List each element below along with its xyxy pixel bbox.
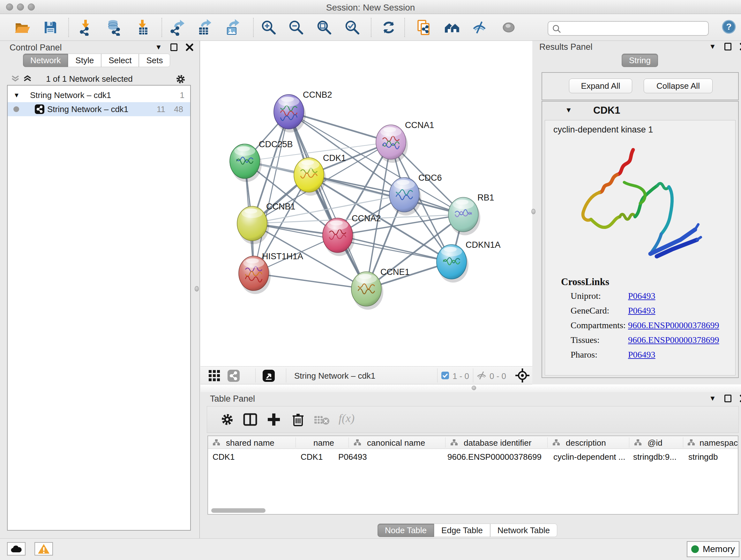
panel-float-icon[interactable] xyxy=(724,395,731,402)
graph-node-label: CCNB2 xyxy=(303,90,332,100)
cell-description[interactable]: cyclin-dependent ... xyxy=(553,452,627,462)
apply-layout-icon[interactable] xyxy=(381,19,397,36)
fit-selected-crosshair-icon[interactable] xyxy=(515,368,530,383)
right-splitter[interactable] xyxy=(532,41,536,384)
graph-node-HIST1H1A[interactable]: HIST1H1A xyxy=(239,252,303,294)
function-builder-icon[interactable]: f(x) xyxy=(339,412,354,425)
gene-section-header[interactable]: ▼ CDK1 xyxy=(542,102,738,119)
tab-network[interactable]: Network xyxy=(23,54,68,67)
cell-shared-name[interactable]: CDK1 xyxy=(212,452,292,462)
tab-edge-table[interactable]: Edge Table xyxy=(434,523,490,537)
toolbar-separator xyxy=(253,18,254,37)
show-columns-icon[interactable] xyxy=(243,412,258,427)
cell-namespace[interactable]: stringdb xyxy=(688,452,736,462)
graph-node-CDC6[interactable]: CDC6 xyxy=(389,173,442,215)
network-options-gear-icon[interactable] xyxy=(175,73,186,85)
search-input[interactable] xyxy=(565,23,705,34)
import-network-file-icon[interactable] xyxy=(77,19,94,36)
graph-node-CCNB2[interactable]: CCNB2 xyxy=(274,90,332,132)
zoom-out-icon[interactable] xyxy=(288,19,305,36)
zoom-in-icon[interactable] xyxy=(260,19,277,36)
show-all-icon[interactable] xyxy=(500,19,517,36)
network-canvas[interactable]: CCNB2CCNA1CDC25BCDK1CDC6RB1CCNB1CCNA2CDK… xyxy=(200,41,532,366)
network-label: String Network – cdk1 xyxy=(47,105,128,114)
crosslink-link[interactable]: 9606.ENSP00000378699 xyxy=(628,320,719,330)
column-header-at-id[interactable]: @id xyxy=(629,436,683,449)
network-row-selected[interactable]: String Network – cdk1 11 48 xyxy=(8,102,190,116)
import-table-icon[interactable] xyxy=(134,19,151,36)
crosslink-link[interactable]: P06493 xyxy=(628,291,656,301)
tab-string[interactable]: String xyxy=(622,54,658,67)
gene-expander-icon[interactable]: ▼ xyxy=(565,107,572,114)
svg-text:?: ? xyxy=(726,22,731,32)
selected-checkbox-icon[interactable] xyxy=(441,371,449,380)
panel-close-icon[interactable] xyxy=(740,395,741,402)
horizontal-splitter[interactable] xyxy=(200,384,741,392)
panel-menu-icon[interactable]: ▼ xyxy=(155,44,162,51)
import-network-database-icon[interactable] xyxy=(105,19,122,36)
column-header-canonical-name[interactable]: canonical name xyxy=(348,436,445,449)
panel-float-icon[interactable] xyxy=(171,44,178,51)
help-icon[interactable]: ? xyxy=(722,20,736,34)
graph-node-CDC25B[interactable]: CDC25B xyxy=(230,139,293,182)
export-image-icon[interactable] xyxy=(224,19,241,36)
graph-node-CCNA2[interactable]: CCNA2 xyxy=(323,213,381,256)
network-collection-row[interactable]: ▼ String Network – cdk1 1 xyxy=(8,88,190,102)
graph-node-CCNB1[interactable]: CCNB1 xyxy=(237,202,295,244)
table-options-gear-icon[interactable] xyxy=(220,412,234,427)
zoom-selected-icon[interactable] xyxy=(344,19,360,36)
column-header-name[interactable]: name xyxy=(295,436,348,449)
first-neighbors-icon[interactable] xyxy=(444,19,460,36)
delete-column-icon[interactable] xyxy=(291,412,306,427)
export-table-icon[interactable] xyxy=(196,19,212,36)
detach-view-icon[interactable] xyxy=(262,369,275,382)
panel-float-icon[interactable] xyxy=(724,43,731,51)
cell-database-identifier[interactable]: 9606.ENSP00000378699 xyxy=(448,452,545,462)
tab-style[interactable]: Style xyxy=(68,54,101,67)
collection-expander-icon[interactable]: ▼ xyxy=(13,92,20,98)
tab-node-table[interactable]: Node Table xyxy=(378,523,434,537)
collapse-all-button[interactable]: Collapse All xyxy=(644,78,713,93)
tab-select[interactable]: Select xyxy=(101,54,139,67)
network-overview-icon[interactable] xyxy=(227,369,240,382)
cell-canonical-name[interactable]: P06493 xyxy=(338,452,428,462)
zoom-fit-icon[interactable] xyxy=(316,19,333,36)
cloud-button[interactable] xyxy=(7,542,25,556)
horizontal-scrollbar-thumb[interactable] xyxy=(211,508,266,513)
add-column-icon[interactable] xyxy=(266,412,281,427)
panel-menu-icon[interactable]: ▼ xyxy=(709,395,716,402)
crosslink-link[interactable]: P06493 xyxy=(628,306,656,316)
graph-node-RB1[interactable]: RB1 xyxy=(448,193,494,235)
tab-sets[interactable]: Sets xyxy=(139,54,170,67)
panel-menu-icon[interactable]: ▼ xyxy=(709,43,716,50)
cell-at-id[interactable]: stringdb:9... xyxy=(633,452,681,462)
delete-table-icon[interactable] xyxy=(314,415,330,426)
graph-node-CCNE1[interactable]: CCNE1 xyxy=(351,267,410,310)
hide-selected-icon[interactable] xyxy=(471,19,488,36)
column-header-description[interactable]: description xyxy=(547,436,629,449)
column-header-shared-name[interactable]: shared name xyxy=(208,436,295,449)
panel-close-icon[interactable] xyxy=(740,43,741,51)
export-network-icon[interactable] xyxy=(169,19,186,36)
crosslink-link[interactable]: P06493 xyxy=(628,350,656,360)
birds-eye-view-icon[interactable] xyxy=(208,369,221,382)
network-type-icon xyxy=(35,104,45,114)
graph-node-CDKN1A[interactable]: CDKN1A xyxy=(436,240,501,283)
horizontal-splitter-handle[interactable] xyxy=(472,386,476,390)
column-header-database-identifier[interactable]: database identifier xyxy=(445,436,547,449)
crosslink-link[interactable]: 9606.ENSP00000378699 xyxy=(628,335,719,345)
graph-node-CDK1[interactable]: CDK1 xyxy=(294,153,346,196)
memory-button[interactable]: Memory xyxy=(687,541,739,557)
save-session-icon[interactable] xyxy=(42,19,59,36)
new-network-from-selection-icon[interactable] xyxy=(415,19,432,36)
title-bar: Session: New Session xyxy=(0,0,741,14)
graph-node-label: CCNA2 xyxy=(352,213,381,223)
warnings-button[interactable] xyxy=(35,542,53,556)
panel-close-icon[interactable] xyxy=(186,44,193,51)
expand-all-button[interactable]: Expand All xyxy=(569,78,632,93)
column-header-namespace[interactable]: namespace xyxy=(683,436,738,449)
open-session-icon[interactable] xyxy=(14,19,30,36)
right-splitter-handle[interactable] xyxy=(531,209,536,214)
left-splitter-handle[interactable] xyxy=(195,286,199,292)
tab-network-table[interactable]: Network Table xyxy=(490,523,557,537)
